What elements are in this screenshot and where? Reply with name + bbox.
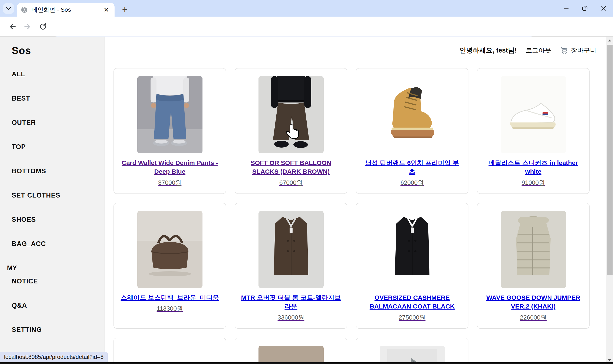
- close-window-button[interactable]: [599, 4, 608, 13]
- product-image-link[interactable]: [258, 346, 324, 364]
- product-title-link[interactable]: OVERSIZED CASHMERE BALMACAAN COAT BLACK: [362, 293, 462, 311]
- product-title-link[interactable]: MTR 오버핏 더블 롱 코트-멜란지브라운: [241, 293, 341, 311]
- product-price-link[interactable]: 62000원: [401, 179, 424, 187]
- sidebar-item-notice[interactable]: NOTICE: [12, 277, 105, 285]
- product-price-link[interactable]: 336000원: [278, 313, 305, 322]
- product-image-link[interactable]: [137, 346, 202, 364]
- user-bar: 안녕하세요, test님! 로그아웃 장바구니: [105, 37, 606, 55]
- product-title-link[interactable]: Card Wallet Wide Denim Pants - Deep Blue: [120, 158, 220, 176]
- scrollbar: [606, 37, 613, 364]
- browser-tab[interactable]: 메인화면 - Sos ✕: [17, 3, 114, 17]
- product-card: SOFT OR SOFT BALLOON SLACKS (DARK BROWN)…: [235, 68, 347, 194]
- product-price-link[interactable]: 67000원: [279, 179, 303, 187]
- scrollbar-thumb[interactable]: [607, 45, 613, 275]
- product-grid: Card Wallet Wide Denim Pants - Deep Blue…: [113, 68, 606, 364]
- browser-toolbar: localhost:8085 N: [0, 17, 613, 37]
- cart-label: 장바구니: [571, 46, 596, 55]
- product-card: 스웨이드 보스턴백_브라운_미디움113300원: [113, 203, 226, 329]
- sidebar-item-outer[interactable]: OUTER: [12, 119, 105, 127]
- product-image-link[interactable]: [137, 211, 202, 288]
- tab-search-chevron-button[interactable]: [3, 3, 14, 13]
- scroll-up-arrow[interactable]: [606, 37, 613, 44]
- sidebar-item-shoes[interactable]: SHOES: [12, 216, 105, 223]
- product-price-link[interactable]: 226000원: [520, 313, 547, 322]
- product-image-link[interactable]: [501, 211, 566, 288]
- back-button[interactable]: [8, 22, 17, 31]
- logout-link[interactable]: 로그아웃: [526, 46, 551, 55]
- sidebar-item-all[interactable]: ALL: [12, 70, 105, 78]
- page-content: Sos ALLBESTOUTERTOPBOTTOMSSET CLOTHESSHO…: [0, 37, 613, 364]
- sidebar-item-best[interactable]: BEST: [12, 95, 105, 102]
- sidebar-item-q-a[interactable]: Q&A: [12, 302, 105, 309]
- window-controls: [562, 0, 611, 17]
- tab-bar: 메인화면 - Sos ✕ +: [0, 0, 613, 17]
- product-title-link[interactable]: WAVE GOOSE DOWN JUMPER VER.2 (KHAKI): [483, 293, 583, 311]
- restore-button[interactable]: [581, 4, 589, 13]
- product-card: [356, 338, 468, 364]
- product-image-link[interactable]: [258, 76, 324, 153]
- product-card: [113, 338, 226, 364]
- sidebar-item-bag-acc[interactable]: BAG_ACC: [12, 240, 105, 248]
- product-image-link[interactable]: [258, 211, 324, 288]
- product-card: [235, 338, 347, 364]
- product-title-link[interactable]: 메달리스트 스니커즈 in leather white: [483, 158, 583, 176]
- product-card: WAVE GOOSE DOWN JUMPER VER.2 (KHAKI)2260…: [477, 203, 590, 329]
- category-nav: ALLBESTOUTERTOPBOTTOMSSET CLOTHESSHOESBA…: [12, 70, 105, 334]
- cart-icon: [560, 47, 568, 54]
- window-bottom-edge: [0, 362, 613, 364]
- status-url-bubble: localhost:8085/api/products/detail?id=8: [0, 352, 108, 362]
- product-price-link[interactable]: 37000원: [158, 179, 182, 187]
- product-card: 남성 팀버랜드 6인치 프리미엄 부츠62000원: [356, 68, 468, 194]
- cart-link[interactable]: 장바구니: [560, 46, 596, 55]
- product-card: 메달리스트 스니커즈 in leather white91000원: [477, 68, 590, 194]
- product-image-link[interactable]: [380, 76, 445, 153]
- product-title-link[interactable]: 스웨이드 보스턴백_브라운_미디움: [121, 293, 219, 302]
- sidebar-section-my: MY: [7, 264, 105, 272]
- sidebar: Sos ALLBESTOUTERTOPBOTTOMSSET CLOTHESSHO…: [0, 37, 105, 364]
- browser-window: 메인화면 - Sos ✕ +: [0, 0, 613, 364]
- greeting-text: 안녕하세요, test님!: [460, 46, 517, 55]
- sidebar-item-bottoms[interactable]: BOTTOMS: [12, 167, 105, 175]
- product-image-link[interactable]: [380, 211, 445, 288]
- chevron-down-icon: [6, 7, 11, 10]
- sidebar-item-set-clothes[interactable]: SET CLOTHES: [12, 192, 105, 199]
- product-price-link[interactable]: 113300원: [157, 304, 183, 313]
- tab-title: 메인화면 - Sos: [31, 6, 102, 14]
- site-logo[interactable]: Sos: [12, 45, 105, 56]
- main-area: 안녕하세요, test님! 로그아웃 장바구니: [105, 37, 606, 364]
- product-image-link[interactable]: [137, 76, 202, 153]
- globe-favicon-icon: [21, 6, 28, 13]
- product-price-link[interactable]: 91000원: [522, 179, 545, 187]
- sidebar-item-top[interactable]: TOP: [12, 143, 105, 151]
- product-card: OVERSIZED CASHMERE BALMACAAN COAT BLACK2…: [356, 203, 468, 329]
- sidebar-item-setting[interactable]: SETTING: [12, 326, 105, 334]
- product-title-link[interactable]: 남성 팀버랜드 6인치 프리미엄 부츠: [362, 158, 462, 176]
- tab-close-icon[interactable]: ✕: [102, 6, 111, 13]
- reload-button[interactable]: [38, 22, 48, 31]
- product-image-link[interactable]: [501, 76, 566, 153]
- product-card: MTR 오버핏 더블 롱 코트-멜란지브라운336000원: [235, 203, 347, 329]
- product-image-link[interactable]: [380, 346, 445, 364]
- product-title-link[interactable]: SOFT OR SOFT BALLOON SLACKS (DARK BROWN): [241, 158, 341, 176]
- product-card: Card Wallet Wide Denim Pants - Deep Blue…: [113, 68, 226, 194]
- forward-button[interactable]: [23, 22, 32, 31]
- new-tab-button[interactable]: +: [120, 4, 130, 14]
- minimize-button[interactable]: [562, 4, 571, 13]
- product-price-link[interactable]: 275000원: [399, 313, 426, 322]
